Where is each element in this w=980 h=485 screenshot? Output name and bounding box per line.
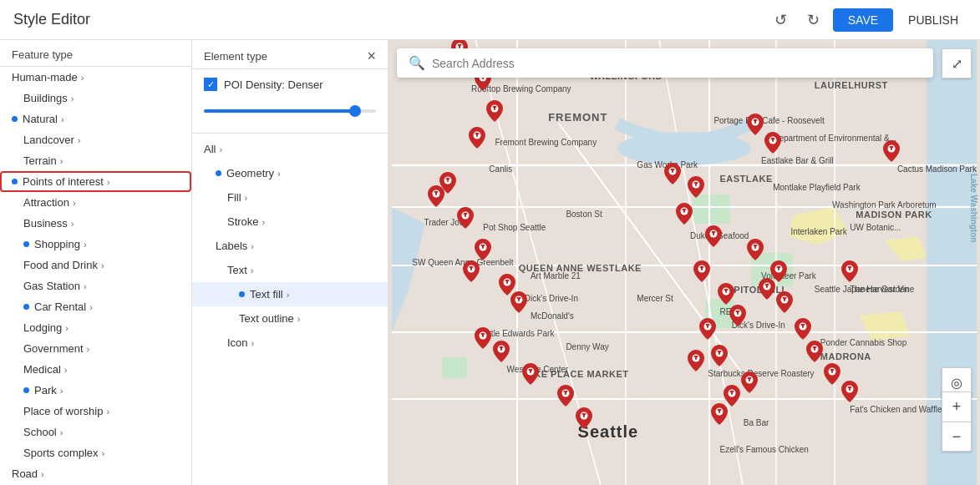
element-item-geometry[interactable]: Geometry › xyxy=(192,161,388,185)
element-divider xyxy=(192,133,388,134)
sidebar-item-attraction[interactable]: Attraction › xyxy=(0,192,191,213)
chevron-icon: › xyxy=(101,260,104,270)
map-search-bar[interactable]: 🔍 xyxy=(397,48,933,78)
zoom-out-button[interactable]: − xyxy=(942,422,972,452)
page-title: Style Editor xyxy=(13,11,90,28)
save-button[interactable]: SAVE xyxy=(833,8,893,32)
sidebar-item-label: Natural xyxy=(23,113,58,125)
sidebar-item-label: Shopping xyxy=(34,238,80,250)
sidebar-item-label: Attraction xyxy=(23,196,69,209)
dot-icon xyxy=(239,291,245,297)
element-item-fill[interactable]: Fill › xyxy=(192,185,388,210)
sidebar-item-lodging[interactable]: Lodging › xyxy=(0,317,191,338)
chevron-icon: › xyxy=(277,169,281,179)
top-bar-actions: ↺ ↻ SAVE PUBLISH xyxy=(768,8,967,33)
chevron-icon: › xyxy=(107,177,110,187)
map-svg xyxy=(388,40,980,485)
chevron-icon: › xyxy=(84,281,87,291)
sidebar-item-label: Place of worship xyxy=(23,405,103,417)
sidebar-item-park[interactable]: Park › xyxy=(0,380,191,401)
element-item-label: Stroke xyxy=(227,215,259,228)
sidebar-item-gas-station[interactable]: Gas Station › xyxy=(0,275,191,296)
dot-icon xyxy=(23,241,29,247)
sidebar-item-label: Terrain xyxy=(23,154,57,167)
sidebar-item-human-made[interactable]: Human-made › xyxy=(0,67,191,88)
feature-list: Human-made ›Buildings ›Natural ›Landcove… xyxy=(0,67,191,484)
chevron-icon: › xyxy=(219,144,222,154)
chevron-icon: › xyxy=(65,323,69,333)
element-list: All ›Geometry ›Fill ›Stroke ›Labels ›Tex… xyxy=(192,137,388,355)
sidebar-item-car-rental[interactable]: Car Rental › xyxy=(0,296,191,317)
dot-icon xyxy=(12,179,18,184)
chevron-icon: › xyxy=(287,290,290,300)
sidebar-item-shopping[interactable]: Shopping › xyxy=(0,234,191,255)
sidebar-item-label: Landcover xyxy=(23,134,74,146)
svg-rect-6 xyxy=(442,357,467,378)
redo-button[interactable]: ↻ xyxy=(800,8,826,33)
svg-rect-3 xyxy=(693,195,730,224)
sidebar-item-medical[interactable]: Medical › xyxy=(0,359,191,380)
chevron-icon: › xyxy=(78,135,81,145)
element-item-label: Icon xyxy=(227,336,248,349)
sidebar-item-label: Business xyxy=(23,217,68,230)
element-item-label: Labels xyxy=(216,240,247,252)
sidebar-item-buildings[interactable]: Buildings › xyxy=(0,88,191,109)
slider-container xyxy=(192,99,388,129)
undo-button[interactable]: ↺ xyxy=(768,8,794,33)
sidebar-item-label: Government xyxy=(23,342,84,355)
close-button[interactable]: × xyxy=(367,48,376,63)
dot-icon xyxy=(23,387,29,393)
sidebar-item-sports-complex[interactable]: Sports complex › xyxy=(0,442,191,463)
sidebar-item-label: Human-made xyxy=(12,71,78,83)
sidebar-item-landcover[interactable]: Landcover › xyxy=(0,129,191,150)
fullscreen-button[interactable]: ⤢ xyxy=(942,48,972,78)
element-item-labels[interactable]: Labels › xyxy=(192,234,388,258)
sidebar-item-label: Car Rental xyxy=(34,301,86,313)
chevron-icon: › xyxy=(60,427,63,437)
search-input[interactable] xyxy=(432,57,922,70)
sidebar-item-natural[interactable]: Natural › xyxy=(0,109,191,129)
chevron-icon: › xyxy=(102,448,105,458)
chevron-icon: › xyxy=(87,344,90,354)
element-item-all[interactable]: All › xyxy=(192,137,388,161)
element-item-label: All xyxy=(204,143,216,155)
slider-track[interactable] xyxy=(204,109,376,113)
sidebar-item-points-of-interest[interactable]: Points of interest › xyxy=(0,171,191,192)
chevron-icon: › xyxy=(41,469,44,479)
poi-density-checkbox[interactable] xyxy=(204,78,217,91)
sidebar-item-terrain[interactable]: Terrain › xyxy=(0,150,191,171)
dot-icon xyxy=(216,170,221,176)
chevron-icon: › xyxy=(251,265,254,275)
feature-panel-header: Feature type xyxy=(0,40,191,67)
sidebar-item-label: Road xyxy=(12,467,38,480)
slider-thumb[interactable] xyxy=(349,105,361,117)
sidebar-item-government[interactable]: Government › xyxy=(0,338,191,359)
element-item-icon[interactable]: Icon › xyxy=(192,331,388,355)
sidebar-item-road[interactable]: Road › xyxy=(0,463,191,484)
chevron-icon: › xyxy=(64,365,68,375)
sidebar-item-business[interactable]: Business › xyxy=(0,213,191,234)
chevron-icon: › xyxy=(84,240,87,250)
map-area[interactable]: WALLINGFORDFREMONTLAURELHURSTEASTLAKEQUE… xyxy=(388,40,980,485)
dot-icon xyxy=(12,116,18,122)
chevron-icon: › xyxy=(71,219,74,229)
chevron-icon: › xyxy=(71,93,74,104)
chevron-icon: › xyxy=(81,73,84,83)
sidebar-item-food-and-drink[interactable]: Food and Drink › xyxy=(0,255,191,275)
element-item-stroke[interactable]: Stroke › xyxy=(192,210,388,234)
element-panel-header: Element type × xyxy=(192,40,388,69)
zoom-in-button[interactable]: + xyxy=(942,392,972,422)
map-content: WALLINGFORDFREMONTLAURELHURSTEASTLAKEQUE… xyxy=(388,40,980,485)
sidebar-item-place-of-worship[interactable]: Place of worship › xyxy=(0,401,191,422)
element-item-text-outline[interactable]: Text outline › xyxy=(192,306,388,331)
svg-rect-0 xyxy=(392,40,977,485)
element-item-text[interactable]: Text › xyxy=(192,258,388,282)
top-bar: Style Editor ↺ ↻ SAVE PUBLISH xyxy=(0,0,980,40)
element-item-text-fill[interactable]: Text fill › xyxy=(192,282,388,306)
sidebar-item-school[interactable]: School › xyxy=(0,422,191,442)
main-content: Feature type Human-made ›Buildings ›Natu… xyxy=(0,40,980,485)
chevron-icon: › xyxy=(251,338,255,348)
feature-panel: Feature type Human-made ›Buildings ›Natu… xyxy=(0,40,192,485)
chevron-icon: › xyxy=(60,386,63,396)
publish-button[interactable]: PUBLISH xyxy=(900,8,967,32)
